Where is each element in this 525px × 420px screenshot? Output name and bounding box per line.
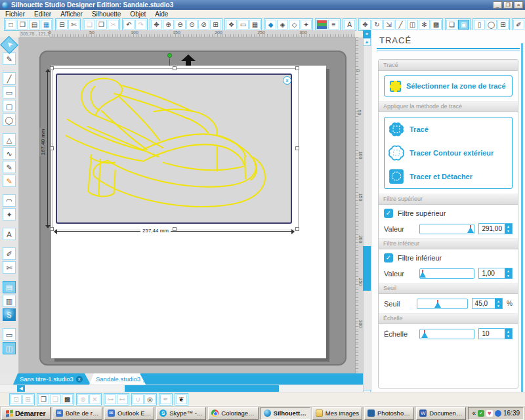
filter-high-checkbox[interactable]: ✓	[384, 209, 393, 218]
fill-color-icon[interactable]: ▆	[316, 20, 327, 30]
arc-tool-icon[interactable]: ◠	[3, 194, 16, 207]
zoom-out-icon[interactable]: ⊖	[175, 20, 186, 30]
offset-icon[interactable]: ◇	[289, 20, 300, 30]
seuil-slider[interactable]	[417, 299, 468, 309]
horizontal-scrollbar-thumb[interactable]	[125, 385, 279, 392]
spin-arrows-icon[interactable]: ▲▼	[505, 329, 512, 339]
zoom-point-icon[interactable]: ⊙	[186, 20, 198, 30]
new-document-icon[interactable]: □	[5, 20, 16, 30]
taskbar-item-word[interactable]: W Document1 - Micro...	[416, 407, 466, 420]
menu-aide[interactable]: Aide	[155, 10, 168, 18]
selection-handle[interactable]	[295, 227, 299, 231]
taskbar-item-silhouette[interactable]: Silhouette Studi...	[261, 407, 310, 420]
start-button[interactable]: Démarrer	[1, 407, 51, 420]
filter-low-spinbox[interactable]: 1,00 ▲▼	[478, 268, 513, 279]
panel-scrollbar[interactable]	[521, 43, 523, 403]
selected-trace-image[interactable]	[56, 74, 292, 224]
taskbar-item-skype[interactable]: S Skype™ - live:gue...	[156, 407, 206, 420]
slider-handle[interactable]	[421, 332, 428, 338]
slider-handle[interactable]	[419, 272, 426, 278]
text-style-icon[interactable]: A	[344, 20, 355, 30]
selection-handle[interactable]	[173, 66, 177, 70]
arrange-icon[interactable]: ▩	[62, 394, 73, 404]
trace-panel-icon[interactable]: ▣	[458, 20, 469, 30]
registration-icon[interactable]: ◎	[144, 394, 156, 404]
menu-silhouette[interactable]: Silhouette	[92, 10, 121, 18]
heart-tray-icon[interactable]: ♥	[486, 410, 493, 417]
taskbar-item-photoshop[interactable]: Photoshop Elemen...	[364, 407, 414, 420]
trace-image-icon[interactable]: ❏	[446, 20, 457, 30]
rectangle-tool-icon[interactable]: ▭	[3, 86, 16, 98]
selection-handle[interactable]	[50, 146, 54, 150]
antivirus-tray-icon[interactable]: ✓	[478, 410, 484, 417]
scale-handles-icon[interactable]: ⊞	[22, 394, 33, 404]
selection-handle[interactable]	[295, 146, 299, 150]
flourish-icon[interactable]: ❦	[176, 394, 187, 404]
curve-tool-icon[interactable]: ∿	[3, 147, 16, 159]
transform-mirror-icon[interactable]: ◫	[407, 20, 418, 30]
delete-icon[interactable]: ✕	[89, 394, 100, 404]
store-icon[interactable]: S	[3, 308, 16, 321]
select-trace-area-button[interactable]: Sélectionner la zone de tracé	[384, 75, 513, 96]
pan-icon[interactable]: ✥	[151, 20, 162, 30]
transform-move-icon[interactable]: ✥	[360, 20, 371, 30]
shadow-icon[interactable]: ◆	[265, 20, 276, 30]
design-canvas[interactable]: x 167,40 mm 257,44 mm	[19, 37, 355, 373]
bluetooth-tray-icon[interactable]	[495, 410, 501, 417]
save-icon[interactable]: ▤	[29, 20, 40, 30]
line-style-icon[interactable]: ≡	[328, 20, 339, 30]
unlink-icon[interactable]: ⊷	[117, 394, 128, 404]
menu-afficher[interactable]: Afficher	[60, 10, 83, 18]
zoom-in-icon[interactable]: ⊕	[163, 20, 174, 30]
zoom-reset-icon[interactable]: ⊘	[198, 20, 209, 30]
tray-expand-chevron[interactable]: «	[472, 410, 476, 417]
image-close-badge[interactable]: x	[283, 76, 291, 85]
trace-and-detach-button[interactable]: Tracer et Détacher	[385, 165, 512, 188]
close-button[interactable]: ×	[514, 1, 523, 9]
undo-icon[interactable]: ↶	[123, 20, 135, 30]
taskbar-item-coloriages[interactable]: Coloriages et imag...	[208, 407, 258, 420]
send-to-silhouette-icon[interactable]: ✄	[68, 20, 79, 30]
shadow-inner-icon[interactable]: ◈	[277, 20, 288, 30]
duplicate-icon[interactable]: ❐	[38, 394, 49, 404]
slider-handle[interactable]	[434, 302, 441, 308]
scroll-up-button[interactable]: ▲	[363, 38, 371, 46]
minimize-button[interactable]: _	[493, 1, 502, 9]
echelle-value[interactable]: 10	[479, 329, 505, 339]
transform-scale-icon[interactable]: ⇲	[383, 20, 394, 30]
transform-shear-icon[interactable]: ╱	[395, 20, 406, 30]
rounded-rectangle-tool-icon[interactable]: ▢	[3, 100, 16, 112]
link-icon[interactable]: ⊶	[105, 394, 116, 404]
polygon-tool-icon[interactable]: △	[3, 133, 16, 146]
print-icon[interactable]: ⊟	[56, 20, 68, 30]
offset-nodes-icon[interactable]: ✦	[301, 20, 312, 30]
library-icon[interactable]: ▥	[3, 295, 16, 307]
mirror-duplicate-icon[interactable]: ❏	[50, 394, 61, 404]
menu-fichier[interactable]: Fichier	[5, 10, 25, 18]
vertical-scrollbar-track[interactable]	[363, 46, 371, 390]
slider-handle[interactable]	[467, 227, 474, 233]
restore-button[interactable]: ❐	[503, 1, 513, 9]
smooth-freehand-tool-icon[interactable]: ✎	[3, 175, 16, 187]
trace-outer-contour-button[interactable]: Tracer Contour extérieur	[385, 141, 512, 165]
taskbar-item-outlook[interactable]: ✉ Outlook Express	[104, 407, 154, 420]
mat-setup-icon[interactable]: ▦	[249, 20, 261, 30]
taskbar-item-inbox[interactable]: ✉ Boîte de réception ...	[52, 407, 102, 420]
split-window-icon[interactable]: ◫	[3, 342, 16, 354]
taskbar-item-mes-images[interactable]: Mes images	[312, 407, 362, 420]
menu-objet[interactable]: Objet	[130, 10, 146, 18]
design-page-icon[interactable]: ▤	[3, 281, 16, 293]
spin-arrows-icon[interactable]: ▲▼	[505, 224, 512, 234]
spin-arrows-icon[interactable]: ▲▼	[505, 268, 512, 278]
transform-spiral-icon[interactable]: ✻	[419, 20, 430, 30]
horizontal-scrollbar[interactable]: ◀	[0, 385, 363, 392]
freehand-tool-icon[interactable]: ✎	[3, 161, 16, 173]
knife-tool-icon[interactable]: ✄	[3, 261, 16, 274]
shape-view-icon[interactable]: ◯	[486, 20, 497, 30]
grid-view-icon[interactable]: ⊞	[497, 20, 509, 30]
copy-icon[interactable]: ❏	[84, 20, 95, 30]
page-view-icon[interactable]: ▯	[474, 20, 485, 30]
reveal-tool-icon[interactable]: ❖	[226, 20, 237, 30]
spin-arrows-icon[interactable]: ▲▼	[495, 299, 502, 308]
ellipse-tool-icon[interactable]: ◯	[3, 114, 16, 126]
